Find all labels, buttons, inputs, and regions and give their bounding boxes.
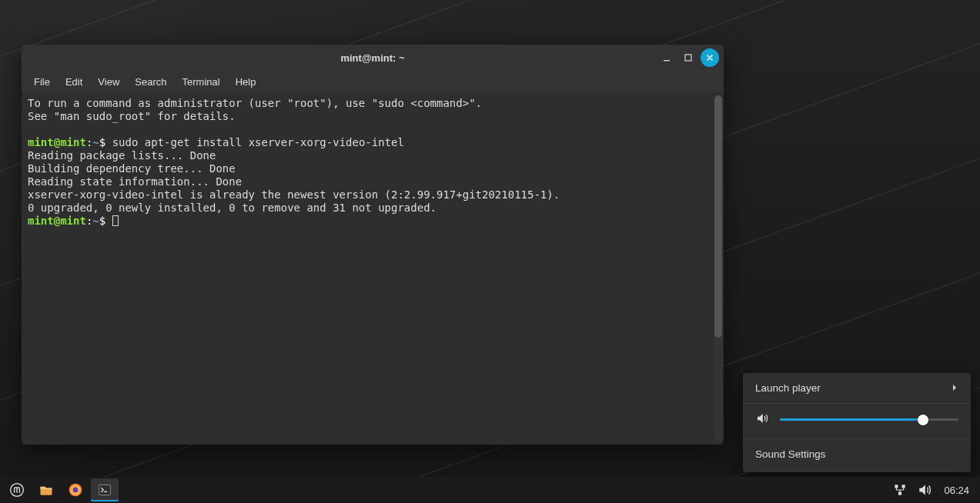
terminal-command: sudo apt-get install xserver-xorg-video-… — [112, 136, 404, 148]
sound-settings-label: Sound Settings — [755, 448, 826, 460]
terminal-window: mint@mint: ~ File Edit View Search Termi… — [22, 45, 724, 445]
prompt-path: ~ — [92, 136, 99, 148]
terminal-scrollbar[interactable] — [714, 95, 722, 441]
terminal-line: To run a command as administrator (user … — [28, 97, 717, 110]
terminal-line: xserver-xorg-video-intel is already the … — [28, 188, 717, 202]
svg-rect-0 — [664, 60, 670, 62]
chevron-right-icon — [951, 382, 958, 394]
volume-slider[interactable] — [780, 418, 958, 421]
window-titlebar[interactable]: mint@mint: ~ — [22, 45, 724, 71]
sound-tray-icon[interactable] — [913, 478, 936, 501]
menu-view[interactable]: View — [90, 73, 127, 91]
menu-help[interactable]: Help — [228, 73, 264, 91]
system-tray: 06:24 — [888, 478, 977, 501]
prompt-sigil: $ — [99, 136, 105, 148]
menubar: File Edit View Search Terminal Help — [22, 71, 724, 92]
firefox-launcher[interactable] — [62, 478, 89, 501]
files-launcher[interactable] — [32, 478, 60, 501]
volume-slider-fill — [780, 418, 923, 421]
terminal-line: See "man sudo_root" for details. — [28, 110, 717, 123]
taskbar-clock[interactable]: 06:24 — [938, 485, 975, 496]
terminal-body[interactable]: To run a command as administrator (user … — [22, 92, 724, 445]
prompt-user: mint — [28, 136, 54, 148]
window-title: mint@mint: ~ — [340, 52, 404, 64]
speaker-icon[interactable] — [755, 411, 769, 428]
terminal-prompt-line: mint@mint:~$ sudo apt-get install xserve… — [28, 136, 717, 149]
launch-player-label: Launch player — [755, 382, 821, 394]
launch-player-row[interactable]: Launch player — [743, 373, 971, 404]
window-close-button[interactable] — [701, 48, 719, 67]
svg-rect-1 — [685, 55, 691, 61]
volume-row — [743, 404, 971, 439]
taskbar: 06:24 — [0, 477, 980, 503]
network-tray-icon[interactable] — [888, 478, 911, 501]
menu-edit[interactable]: Edit — [58, 73, 90, 91]
menu-file[interactable]: File — [26, 73, 58, 91]
menu-terminal[interactable]: Terminal — [175, 73, 228, 91]
prompt-host: mint — [60, 136, 86, 148]
taskbar-launchers — [3, 478, 119, 501]
terminal-scrollbar-thumb[interactable] — [714, 95, 722, 338]
svg-rect-8 — [902, 485, 905, 488]
terminal-cursor — [112, 215, 119, 226]
svg-rect-6 — [104, 491, 107, 492]
terminal-line: Reading package lists... Done — [28, 149, 717, 162]
terminal-prompt-line: mint@mint:~$ — [28, 215, 717, 228]
menu-search[interactable]: Search — [127, 73, 174, 91]
svg-rect-7 — [895, 485, 898, 488]
window-maximize-button[interactable] — [679, 48, 697, 67]
terminal-line: Building dependency tree... Done — [28, 162, 717, 175]
terminal-line: Reading state information... Done — [28, 175, 717, 188]
window-controls — [657, 45, 719, 71]
volume-slider-thumb[interactable] — [918, 415, 928, 425]
terminal-task-button[interactable] — [91, 478, 119, 501]
terminal-line: 0 upgraded, 0 newly installed, 0 to remo… — [28, 202, 717, 215]
svg-point-4 — [73, 488, 79, 493]
sound-settings-row[interactable]: Sound Settings — [743, 439, 971, 469]
sound-applet-popup: Launch player Sound Settings — [743, 373, 971, 472]
mint-menu-button[interactable] — [3, 478, 31, 501]
svg-rect-9 — [898, 492, 901, 495]
svg-rect-5 — [99, 485, 111, 495]
window-minimize-button[interactable] — [657, 48, 676, 67]
terminal-line — [28, 123, 717, 136]
